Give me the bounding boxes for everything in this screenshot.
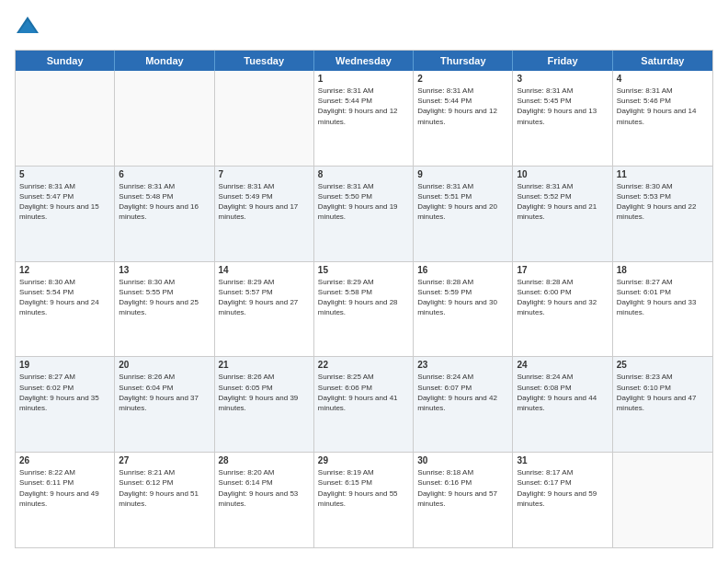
day-number-11: 11 <box>617 169 709 179</box>
cal-cell-day-17: 17Sunrise: 8:28 AM Sunset: 6:00 PM Dayli… <box>513 262 612 357</box>
cal-cell-day-30: 30Sunrise: 8:18 AM Sunset: 6:16 PM Dayli… <box>414 453 513 547</box>
day-content-17: Sunrise: 8:28 AM Sunset: 6:00 PM Dayligh… <box>517 277 608 318</box>
cal-cell-day-26: 26Sunrise: 8:22 AM Sunset: 6:11 PM Dayli… <box>16 453 115 547</box>
day-content-16: Sunrise: 8:28 AM Sunset: 5:59 PM Dayligh… <box>417 277 508 318</box>
cal-row-5: 26Sunrise: 8:22 AM Sunset: 6:11 PM Dayli… <box>16 452 712 547</box>
logo-icon <box>15 15 40 40</box>
day-number-16: 16 <box>417 265 508 275</box>
cal-cell-day-11: 11Sunrise: 8:30 AM Sunset: 5:53 PM Dayli… <box>613 167 712 261</box>
cal-cell-day-8: 8Sunrise: 8:31 AM Sunset: 5:50 PM Daylig… <box>314 167 414 261</box>
day-number-5: 5 <box>19 169 110 179</box>
day-content-24: Sunrise: 8:24 AM Sunset: 6:08 PM Dayligh… <box>517 372 608 413</box>
day-number-27: 27 <box>119 455 210 465</box>
cal-row-4: 19Sunrise: 8:27 AM Sunset: 6:02 PM Dayli… <box>16 356 712 452</box>
cal-cell-day-31: 31Sunrise: 8:17 AM Sunset: 6:17 PM Dayli… <box>513 453 612 547</box>
cal-cell-day-9: 9Sunrise: 8:31 AM Sunset: 5:51 PM Daylig… <box>414 167 513 261</box>
day-number-23: 23 <box>417 360 508 370</box>
cal-row-1: 1Sunrise: 8:31 AM Sunset: 5:44 PM Daylig… <box>16 71 712 166</box>
day-number-20: 20 <box>119 360 210 370</box>
day-content-11: Sunrise: 8:30 AM Sunset: 5:53 PM Dayligh… <box>617 181 709 223</box>
cal-cell-day-19: 19Sunrise: 8:27 AM Sunset: 6:02 PM Dayli… <box>16 357 115 452</box>
cal-cell-day-15: 15Sunrise: 8:29 AM Sunset: 5:58 PM Dayli… <box>314 262 414 357</box>
day-content-31: Sunrise: 8:17 AM Sunset: 6:17 PM Dayligh… <box>517 467 608 509</box>
day-number-19: 19 <box>19 360 110 370</box>
day-content-21: Sunrise: 8:26 AM Sunset: 6:05 PM Dayligh… <box>219 372 310 413</box>
day-number-8: 8 <box>318 169 409 179</box>
cal-header-thursday: Thursday <box>414 51 513 71</box>
day-content-19: Sunrise: 8:27 AM Sunset: 6:02 PM Dayligh… <box>19 372 110 413</box>
day-number-1: 1 <box>318 74 409 84</box>
day-number-9: 9 <box>417 169 508 179</box>
day-content-28: Sunrise: 8:20 AM Sunset: 6:14 PM Dayligh… <box>219 467 310 509</box>
cal-cell-empty <box>613 453 712 547</box>
day-number-31: 31 <box>517 455 608 465</box>
cal-cell-day-25: 25Sunrise: 8:23 AM Sunset: 6:10 PM Dayli… <box>613 357 712 452</box>
day-number-21: 21 <box>219 360 310 370</box>
cal-cell-day-10: 10Sunrise: 8:31 AM Sunset: 5:52 PM Dayli… <box>513 167 612 261</box>
day-number-28: 28 <box>219 455 310 465</box>
cal-cell-empty <box>115 71 214 166</box>
day-number-22: 22 <box>318 360 409 370</box>
calendar-body: 1Sunrise: 8:31 AM Sunset: 5:44 PM Daylig… <box>16 71 712 547</box>
day-number-2: 2 <box>417 74 508 84</box>
day-content-4: Sunrise: 8:31 AM Sunset: 5:46 PM Dayligh… <box>617 86 709 127</box>
day-number-4: 4 <box>617 74 709 84</box>
day-content-20: Sunrise: 8:26 AM Sunset: 6:04 PM Dayligh… <box>119 372 210 413</box>
day-content-22: Sunrise: 8:25 AM Sunset: 6:06 PM Dayligh… <box>318 372 409 413</box>
cal-cell-day-16: 16Sunrise: 8:28 AM Sunset: 5:59 PM Dayli… <box>414 262 513 357</box>
day-content-10: Sunrise: 8:31 AM Sunset: 5:52 PM Dayligh… <box>517 181 608 223</box>
day-content-15: Sunrise: 8:29 AM Sunset: 5:58 PM Dayligh… <box>318 277 409 318</box>
cal-header-monday: Monday <box>115 51 214 71</box>
day-content-3: Sunrise: 8:31 AM Sunset: 5:45 PM Dayligh… <box>517 86 608 127</box>
cal-cell-day-22: 22Sunrise: 8:25 AM Sunset: 6:06 PM Dayli… <box>314 357 414 452</box>
day-number-7: 7 <box>219 169 310 179</box>
cal-cell-day-7: 7Sunrise: 8:31 AM Sunset: 5:49 PM Daylig… <box>215 167 314 261</box>
cal-cell-day-2: 2Sunrise: 8:31 AM Sunset: 5:44 PM Daylig… <box>414 71 513 166</box>
cal-cell-day-27: 27Sunrise: 8:21 AM Sunset: 6:12 PM Dayli… <box>115 453 214 547</box>
day-content-30: Sunrise: 8:18 AM Sunset: 6:16 PM Dayligh… <box>417 467 508 509</box>
day-content-27: Sunrise: 8:21 AM Sunset: 6:12 PM Dayligh… <box>119 467 210 509</box>
day-number-13: 13 <box>119 265 210 275</box>
logo <box>15 15 44 40</box>
header <box>15 15 713 40</box>
cal-cell-day-29: 29Sunrise: 8:19 AM Sunset: 6:15 PM Dayli… <box>314 453 414 547</box>
cal-cell-day-14: 14Sunrise: 8:29 AM Sunset: 5:57 PM Dayli… <box>215 262 314 357</box>
cal-header-friday: Friday <box>513 51 612 71</box>
day-number-17: 17 <box>517 265 608 275</box>
cal-cell-day-6: 6Sunrise: 8:31 AM Sunset: 5:48 PM Daylig… <box>115 167 214 261</box>
cal-cell-day-4: 4Sunrise: 8:31 AM Sunset: 5:46 PM Daylig… <box>613 71 712 166</box>
day-content-5: Sunrise: 8:31 AM Sunset: 5:47 PM Dayligh… <box>19 181 110 223</box>
day-content-12: Sunrise: 8:30 AM Sunset: 5:54 PM Dayligh… <box>19 277 110 318</box>
day-content-9: Sunrise: 8:31 AM Sunset: 5:51 PM Dayligh… <box>417 181 508 223</box>
page: SundayMondayTuesdayWednesdayThursdayFrid… <box>0 0 728 563</box>
cal-row-2: 5Sunrise: 8:31 AM Sunset: 5:47 PM Daylig… <box>16 166 712 261</box>
cal-cell-day-21: 21Sunrise: 8:26 AM Sunset: 6:05 PM Dayli… <box>215 357 314 452</box>
day-content-2: Sunrise: 8:31 AM Sunset: 5:44 PM Dayligh… <box>417 86 508 127</box>
cal-cell-day-24: 24Sunrise: 8:24 AM Sunset: 6:08 PM Dayli… <box>513 357 612 452</box>
cal-header-saturday: Saturday <box>613 51 712 71</box>
day-number-3: 3 <box>517 74 608 84</box>
cal-cell-day-23: 23Sunrise: 8:24 AM Sunset: 6:07 PM Dayli… <box>414 357 513 452</box>
day-content-6: Sunrise: 8:31 AM Sunset: 5:48 PM Dayligh… <box>119 181 210 223</box>
cal-cell-day-28: 28Sunrise: 8:20 AM Sunset: 6:14 PM Dayli… <box>215 453 314 547</box>
day-number-14: 14 <box>219 265 310 275</box>
day-content-25: Sunrise: 8:23 AM Sunset: 6:10 PM Dayligh… <box>617 372 709 413</box>
day-content-8: Sunrise: 8:31 AM Sunset: 5:50 PM Dayligh… <box>318 181 409 223</box>
day-content-7: Sunrise: 8:31 AM Sunset: 5:49 PM Dayligh… <box>219 181 310 223</box>
day-number-30: 30 <box>417 455 508 465</box>
day-content-26: Sunrise: 8:22 AM Sunset: 6:11 PM Dayligh… <box>19 467 110 509</box>
day-content-29: Sunrise: 8:19 AM Sunset: 6:15 PM Dayligh… <box>318 467 409 509</box>
day-number-12: 12 <box>19 265 110 275</box>
day-number-26: 26 <box>19 455 110 465</box>
cal-cell-day-18: 18Sunrise: 8:27 AM Sunset: 6:01 PM Dayli… <box>613 262 712 357</box>
day-number-18: 18 <box>617 265 709 275</box>
day-number-29: 29 <box>318 455 409 465</box>
calendar: SundayMondayTuesdayWednesdayThursdayFrid… <box>15 50 713 548</box>
day-number-15: 15 <box>318 265 409 275</box>
cal-row-3: 12Sunrise: 8:30 AM Sunset: 5:54 PM Dayli… <box>16 261 712 357</box>
cal-cell-day-5: 5Sunrise: 8:31 AM Sunset: 5:47 PM Daylig… <box>16 167 115 261</box>
cal-cell-day-1: 1Sunrise: 8:31 AM Sunset: 5:44 PM Daylig… <box>314 71 414 166</box>
day-number-25: 25 <box>617 360 709 370</box>
day-number-6: 6 <box>119 169 210 179</box>
cal-cell-day-3: 3Sunrise: 8:31 AM Sunset: 5:45 PM Daylig… <box>513 71 612 166</box>
